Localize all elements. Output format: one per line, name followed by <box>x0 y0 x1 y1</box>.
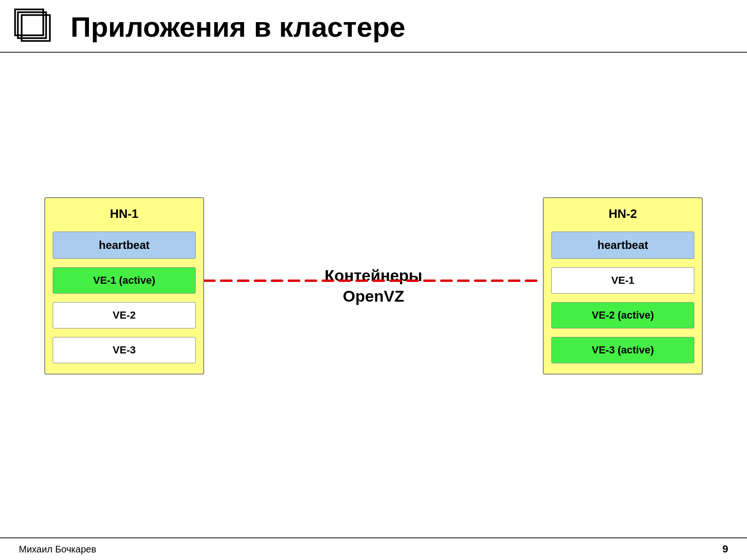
svg-rect-0 <box>15 9 43 35</box>
hn1-ve3: VE-3 <box>53 337 196 363</box>
hn1-box: HN-1 heartbeat VE-1 (active) VE-2 VE-3 <box>44 197 204 375</box>
footer: Михаил Бочкарев 9 <box>0 537 747 560</box>
diagram: HN-1 heartbeat VE-1 (active) VE-2 VE-3 К… <box>44 197 703 375</box>
hn2-ve3: VE-3 (active) <box>551 337 694 363</box>
header: Приложения в кластере <box>0 0 747 53</box>
logo-icon <box>14 8 56 46</box>
hn2-ve2: VE-2 (active) <box>551 302 694 328</box>
page-title: Приложения в кластере <box>71 12 405 43</box>
footer-page: 9 <box>723 543 728 555</box>
hn2-title: HN-2 <box>551 207 694 221</box>
footer-author: Михаил Бочкарев <box>19 544 96 555</box>
main-content: HN-1 heartbeat VE-1 (active) VE-2 VE-3 К… <box>0 53 747 509</box>
hn2-box: HN-2 heartbeat VE-1 VE-2 (active) VE-3 (… <box>543 197 703 375</box>
hn1-title: HN-1 <box>53 207 196 221</box>
hn1-heartbeat: heartbeat <box>53 232 196 259</box>
hn2-ve1: VE-1 <box>551 267 694 294</box>
center-section: Контейнеры OpenVZ <box>204 265 543 306</box>
hn2-heartbeat: heartbeat <box>551 232 694 259</box>
center-label: Контейнеры OpenVZ <box>325 265 422 306</box>
hn1-ve1: VE-1 (active) <box>53 267 196 294</box>
hn1-ve2: VE-2 <box>53 302 196 328</box>
